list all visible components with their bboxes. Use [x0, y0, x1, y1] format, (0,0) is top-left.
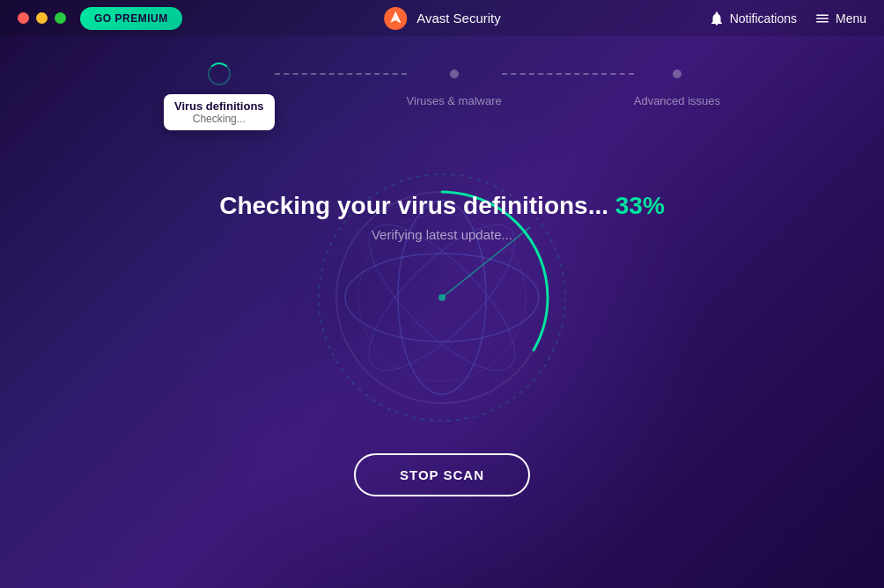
- menu-icon: [814, 11, 830, 26]
- step-2-circle: [450, 70, 459, 78]
- step-1-circle: [208, 62, 231, 85]
- connector-line-1: [275, 73, 407, 75]
- bell-icon: [709, 11, 725, 26]
- close-button[interactable]: [18, 12, 29, 24]
- scan-percent: 33%: [615, 192, 665, 219]
- step-3-label: Advanced issues: [634, 94, 720, 107]
- avast-logo-icon: [383, 6, 408, 31]
- maximize-button[interactable]: [55, 12, 66, 24]
- minimize-button[interactable]: [36, 12, 48, 24]
- menu-button[interactable]: Menu: [814, 11, 866, 26]
- stop-scan-button[interactable]: STOP SCAN: [354, 453, 530, 496]
- traffic-lights: [18, 12, 66, 24]
- notifications-label: Notifications: [730, 11, 797, 26]
- connector-line-2: [502, 73, 634, 75]
- titlebar-center: Avast Security: [383, 6, 501, 31]
- stop-scan-container: STOP SCAN: [354, 418, 530, 496]
- notifications-button[interactable]: Notifications: [709, 11, 797, 26]
- step-1-spinner: [208, 62, 231, 85]
- app-title: Avast Security: [416, 11, 501, 26]
- step-1-title: Virus definitions: [174, 99, 264, 113]
- scan-sub-text: Verifying latest update...: [219, 227, 665, 242]
- go-premium-button[interactable]: GO PREMIUM: [80, 7, 182, 30]
- step-virus-definitions: Virus definitions Checking...: [164, 62, 275, 130]
- step-1-subtitle: Checking...: [174, 113, 264, 125]
- titlebar: GO PREMIUM Avast Security Notifications …: [0, 0, 884, 36]
- step-viruses-malware: Viruses & malware: [407, 62, 502, 107]
- scan-status-text: Checking your virus definitions... 33%: [219, 192, 665, 220]
- main-content: Checking your virus definitions... 33% V…: [0, 157, 884, 496]
- connector-1: [275, 73, 407, 75]
- menu-label: Menu: [836, 11, 866, 26]
- steps-container: Virus definitions Checking... Viruses & …: [0, 36, 884, 130]
- titlebar-right: Notifications Menu: [709, 11, 866, 26]
- step-2-label: Viruses & malware: [407, 94, 502, 107]
- step-1-label-box: Virus definitions Checking...: [164, 94, 275, 130]
- scan-text-area: Checking your virus definitions... 33% V…: [219, 192, 665, 242]
- step-3-circle: [673, 70, 681, 78]
- step-advanced-issues: Advanced issues: [634, 62, 720, 107]
- connector-2: [502, 73, 634, 75]
- scan-main-label: Checking your virus definitions...: [219, 192, 608, 219]
